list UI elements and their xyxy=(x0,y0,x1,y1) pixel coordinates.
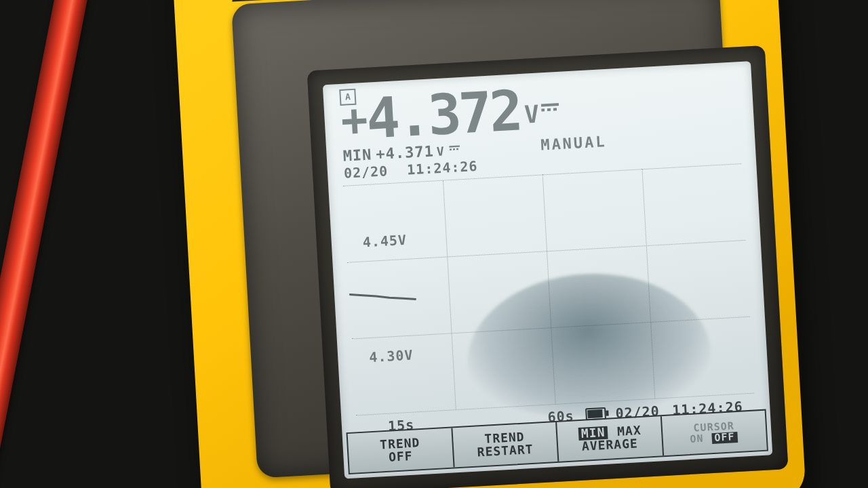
primary-reading: +4.372V xyxy=(339,76,561,152)
lcd-frame: A +4.372V MIN+4.371V MANUAL 02/2011:24:2… xyxy=(307,45,789,488)
time-label: 11:24:26 xyxy=(407,158,479,178)
reading-digits: 4.372 xyxy=(365,78,522,151)
trend-trace xyxy=(343,163,754,415)
plot-area: 4.45V4.30V xyxy=(343,163,754,415)
lcd-bezel: A +4.372V MIN+4.371V MANUAL 02/2011:24:2… xyxy=(231,0,745,479)
softkey-trend-off[interactable]: TRENDOFF xyxy=(348,428,454,473)
scopemeter-body: FLUKE 125 INDUSTRIAL SCOPEMETER 40 MHz A… xyxy=(172,0,806,488)
stat-value: 4.371 xyxy=(385,142,435,162)
dc-icon xyxy=(541,103,559,111)
date-label: 02/20 xyxy=(343,163,388,182)
y-tick-label: 4.30V xyxy=(369,347,414,366)
softkey-stat-select[interactable]: MIN MAXAVERAGE xyxy=(557,416,663,462)
dc-icon xyxy=(449,145,460,150)
stat-label: MIN xyxy=(342,146,372,164)
range-mode: MANUAL xyxy=(540,133,608,153)
reading-sign: + xyxy=(340,94,368,147)
scene-root: FLUKE 125 INDUSTRIAL SCOPEMETER 40 MHz A… xyxy=(0,0,868,488)
softkey-trend-restart[interactable]: TRENDRESTART xyxy=(452,422,559,468)
stat-sign: + xyxy=(376,145,387,163)
stat-unit: V xyxy=(436,144,445,159)
softkey-cursor-toggle[interactable]: CURSORON OFF xyxy=(661,411,766,455)
lcd-screen: A +4.372V MIN+4.371V MANUAL 02/2011:24:2… xyxy=(323,61,773,479)
reading-unit: V xyxy=(524,100,540,129)
y-tick-label: 4.45V xyxy=(362,232,407,251)
test-lead-red xyxy=(0,0,92,488)
